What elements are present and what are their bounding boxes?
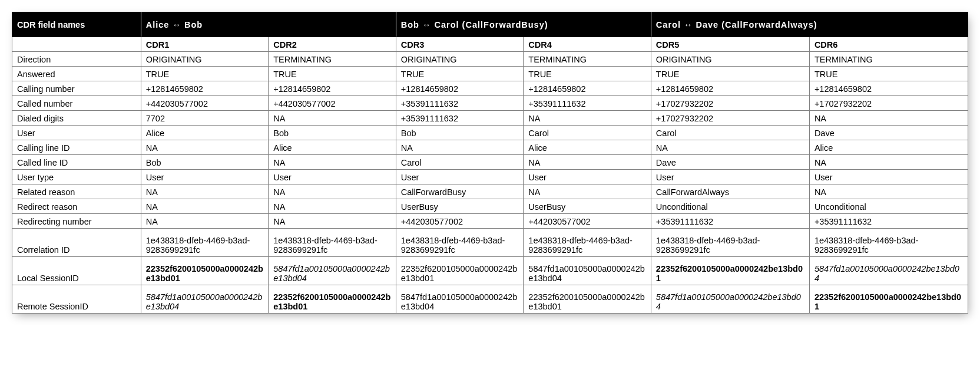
cdr-table-wrap: CDR field names Alice ↔ Bob Bob ↔ Carol … [12,12,968,314]
cell: TRUE [269,67,396,81]
cell: CallForwardAlways [651,184,809,199]
cell: NA [524,111,651,126]
col-group-c: Carol ↔ Dave (CallForwardAlways) [651,12,968,37]
cell: +35391111632 [651,214,809,229]
row-redirect-reason: Redirect reason NA NA UserBusy UserBusy … [12,199,968,214]
cell: +17027932202 [809,96,968,111]
col-group-a: Alice ↔ Bob [141,12,396,37]
row-label: Related reason [12,184,141,199]
cell: ORIGINATING [141,52,269,67]
cell: 7702 [141,111,269,126]
cell: 1e438318-dfeb-4469-b3ad-9283699291fc [651,229,809,257]
cell: TERMINATING [269,52,396,67]
row-label: Correlation ID [12,229,141,257]
cell-cdr5: CDR5 [651,37,809,52]
cell: 1e438318-dfeb-4469-b3ad-9283699291fc [809,229,968,257]
row-label: Local SessionID [12,257,141,285]
cell: NA [269,155,396,170]
row-label: Redirect reason [12,199,141,214]
cell: +35391111632 [809,214,968,229]
row-label: Redirecting number [12,214,141,229]
cell: +12814659802 [269,81,396,96]
row-label: Calling number [12,81,141,96]
cell: NA [269,184,396,199]
cell: +442030577002 [396,214,524,229]
cell: TERMINATING [809,52,968,67]
cell: 5847fd1a00105000a0000242be13bd04 [524,257,651,285]
cell: Bob [396,126,524,140]
row-label: Answered [12,67,141,81]
cell: User [651,170,809,184]
row-calling-number: Calling number +12814659802 +12814659802… [12,81,968,96]
row-direction: Direction ORIGINATING TERMINATING ORIGIN… [12,52,968,67]
cell: +17027932202 [651,111,809,126]
cell: NA [524,155,651,170]
row-label: Calling line ID [12,140,141,155]
cell: 1e438318-dfeb-4469-b3ad-9283699291fc [141,229,269,257]
row-label: User [12,126,141,140]
cell: +442030577002 [269,96,396,111]
cell: User [269,170,396,184]
row-answered: Answered TRUE TRUE TRUE TRUE TRUE TRUE [12,67,968,81]
row-user: User Alice Bob Bob Carol Carol Dave [12,126,968,140]
cell: Carol [524,126,651,140]
header-row: CDR field names Alice ↔ Bob Bob ↔ Carol … [12,12,968,37]
cell: 22352f6200105000a0000242be13bd01 [396,257,524,285]
cell: NA [141,214,269,229]
cell-cdr2: CDR2 [269,37,396,52]
cell: NA [809,155,968,170]
cell: Alice [524,140,651,155]
row-dialed-digits: Dialed digits 7702 NA +35391111632 NA +1… [12,111,968,126]
cell: 22352f6200105000a0000242be13bd01 [651,257,809,285]
cell: NA [141,199,269,214]
cell: User [396,170,524,184]
cell: 1e438318-dfeb-4469-b3ad-9283699291fc [269,229,396,257]
cell: Alice [141,126,269,140]
cell: UserBusy [524,199,651,214]
cell: TRUE [809,67,968,81]
cell: NA [141,140,269,155]
col-field-names: CDR field names [12,12,141,37]
row-user-type: User type User User User User User User [12,170,968,184]
cell: Alice [269,140,396,155]
cell-cdr6: CDR6 [809,37,968,52]
cell: NA [651,140,809,155]
cell: TRUE [651,67,809,81]
row-label: Direction [12,52,141,67]
cell: NA [809,184,968,199]
cell: NA [269,111,396,126]
cell: 1e438318-dfeb-4469-b3ad-9283699291fc [524,229,651,257]
row-label: Dialed digits [12,111,141,126]
cell: NA [141,184,269,199]
cell: +17027932202 [651,96,809,111]
cell: Carol [396,155,524,170]
cell: 5847fd1a00105000a0000242be13bd04 [651,285,809,314]
cell: Bob [141,155,269,170]
cell: 22352f6200105000a0000242be13bd01 [524,285,651,314]
cell: Unconditional [651,199,809,214]
cell: +442030577002 [141,96,269,111]
cell: 5847fd1a00105000a0000242be13bd04 [141,285,269,314]
cell: +12814659802 [141,81,269,96]
cell: NA [524,184,651,199]
cell: TRUE [524,67,651,81]
cell: Dave [651,155,809,170]
cell: TRUE [396,67,524,81]
cell-cdr4: CDR4 [524,37,651,52]
row-called-number: Called number +442030577002 +44203057700… [12,96,968,111]
cell: Carol [651,126,809,140]
cell: Alice [809,140,968,155]
cell: 22352f6200105000a0000242be13bd01 [269,285,396,314]
cell: +442030577002 [524,214,651,229]
cell: ORIGINATING [651,52,809,67]
cell: NA [269,214,396,229]
subheader-row: CDR1 CDR2 CDR3 CDR4 CDR5 CDR6 [12,37,968,52]
row-label: User type [12,170,141,184]
cell: TERMINATING [524,52,651,67]
cell: Bob [269,126,396,140]
col-group-b: Bob ↔ Carol (CallForwardBusy) [396,12,651,37]
row-remote-session-id: Remote SessionID 5847fd1a00105000a000024… [12,285,968,314]
cell: User [809,170,968,184]
row-label: Remote SessionID [12,285,141,314]
cell: 22352f6200105000a0000242be13bd01 [809,285,968,314]
